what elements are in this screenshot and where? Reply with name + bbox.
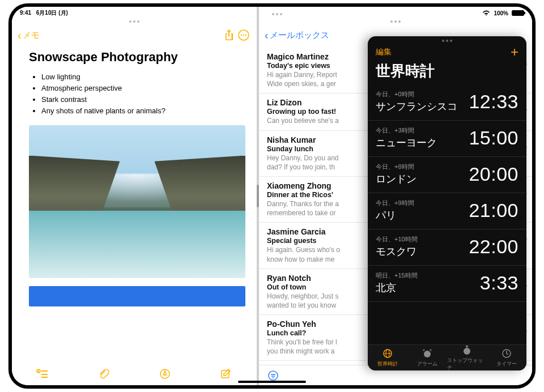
status-time: 9:41 (20, 10, 31, 16)
svg-point-2 (243, 35, 244, 36)
more-icon[interactable] (236, 28, 251, 42)
clock-app-slideover: 編集 + 世界時計 今日、+0時間 サンフランシスコ 12:33今日、+3時間 … (368, 36, 526, 370)
markup-icon[interactable] (158, 367, 172, 381)
clock-tab-label: タイマー (496, 360, 517, 368)
clock-city: ロンドン (376, 172, 416, 186)
alarm-icon (422, 348, 433, 359)
svg-point-3 (245, 35, 246, 36)
clock-tab-label: ストップウォッチ (447, 357, 487, 371)
clock-tab-timer[interactable]: タイマー (487, 345, 526, 370)
clock-meta: 今日、+3時間 (376, 126, 437, 135)
clock-tab-world[interactable]: 世界時計 (368, 345, 407, 370)
wifi-icon (482, 10, 490, 16)
stopwatch-icon (461, 344, 473, 356)
clock-edit-button[interactable]: 編集 (376, 47, 392, 57)
share-icon[interactable] (222, 28, 236, 42)
mail-back-chevron-icon[interactable]: ‹ (265, 29, 269, 42)
svg-rect-9 (222, 370, 229, 378)
timer-icon (501, 348, 512, 359)
notes-back-label[interactable]: メモ (23, 30, 40, 41)
clock-meta: 今日、+9時間 (376, 199, 414, 207)
note-title: Snowscape Photography (29, 50, 245, 65)
clock-city: パリ (376, 208, 414, 222)
clock-time: 22:00 (469, 236, 518, 258)
clock-row[interactable]: 今日、+9時間 パリ 21:00 (368, 193, 526, 229)
clock-time: 20:00 (469, 163, 518, 185)
status-bar: 9:41 6月10日 (月) 100% (12, 7, 532, 19)
clock-city: サンフランシスコ (376, 100, 457, 113)
clock-row[interactable]: 今日、+3時間 ニューヨーク 15:00 (368, 121, 526, 157)
clock-tab-alarm[interactable]: アラーム (407, 345, 447, 370)
clock-city: 北京 (376, 281, 418, 295)
clock-meta: 明日、+15時間 (376, 271, 418, 280)
clock-row[interactable]: 今日、+10時間 モスクワ 22:00 (368, 229, 526, 266)
clock-time: 3:33 (480, 272, 518, 294)
clock-row[interactable]: 明日、+15時間 北京 3:33 (368, 266, 526, 302)
back-chevron-icon[interactable]: ‹ (18, 29, 22, 42)
compose-icon[interactable] (219, 367, 233, 381)
note-blue-block[interactable] (29, 286, 245, 306)
clock-meta: 今日、+8時間 (376, 163, 416, 171)
svg-point-1 (241, 35, 242, 36)
multitask-dots-icon[interactable] (272, 11, 282, 15)
note-bullet: Stark contrast (41, 94, 245, 105)
mail-back-label[interactable]: メールボックス (270, 30, 329, 41)
clock-row[interactable]: 今日、+8時間 ロンドン 20:00 (368, 157, 526, 193)
battery-icon (512, 10, 524, 16)
notes-app-pane: ‹ メモ Snowscape Photography Low lightingA… (12, 7, 257, 385)
svg-point-10 (269, 371, 278, 380)
attachment-icon[interactable] (96, 367, 111, 381)
clock-city: モスクワ (376, 245, 418, 258)
clock-time: 21:00 (469, 199, 518, 221)
clock-meta: 今日、+0時間 (376, 90, 457, 99)
clock-tab-label: 世界時計 (377, 360, 398, 368)
clock-title: 世界時計 (368, 60, 526, 84)
clock-tab-stopwatch[interactable]: ストップウォッチ (447, 345, 487, 370)
clock-meta: 今日、+10時間 (376, 235, 418, 244)
svg-rect-19 (466, 346, 468, 347)
battery-percent: 100% (494, 10, 508, 16)
status-date: 6月10日 (月) (36, 10, 68, 16)
note-bullet: Atmospheric perspective (41, 83, 245, 94)
home-indicator[interactable] (238, 381, 306, 383)
clock-time: 15:00 (469, 127, 518, 149)
checklist-icon[interactable] (35, 367, 50, 381)
svg-point-17 (424, 351, 431, 357)
clock-tab-label: アラーム (417, 360, 437, 368)
svg-point-18 (464, 348, 470, 355)
clock-city: ニューヨーク (376, 136, 437, 150)
clock-row[interactable]: 今日、+0時間 サンフランシスコ 12:33 (368, 84, 526, 121)
world-icon (382, 348, 393, 359)
note-bullet: Any shots of native plants or animals? (41, 105, 245, 117)
clock-time: 12:33 (469, 91, 518, 113)
note-image[interactable] (29, 125, 245, 278)
note-bullet: Low lighting (41, 71, 245, 83)
clock-add-button[interactable]: + (511, 44, 518, 60)
note-content[interactable]: Snowscape Photography Low lightingAtmosp… (12, 48, 257, 363)
